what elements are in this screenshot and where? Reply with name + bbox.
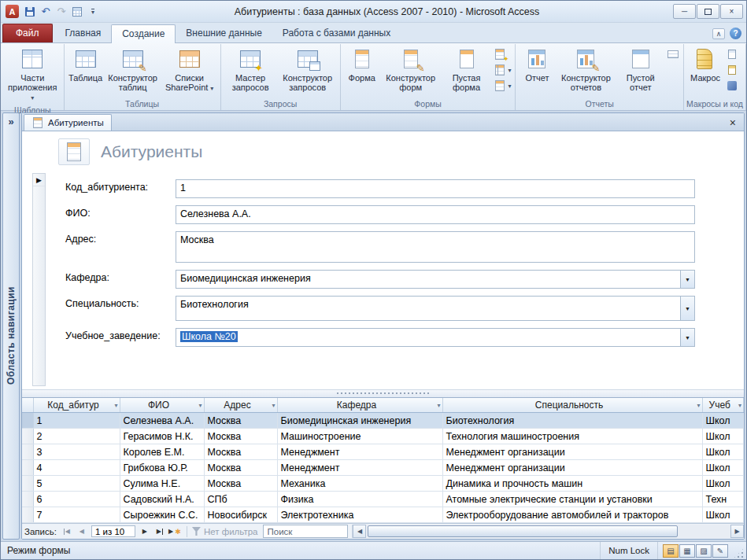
cell[interactable]: 1 — [33, 413, 120, 429]
field-combo-3[interactable]: Биомедицинская инженерия▼ — [176, 270, 695, 289]
scroll-left-button[interactable]: ◀ — [353, 525, 366, 538]
cell[interactable]: Москва — [204, 460, 277, 476]
cell[interactable]: Техн — [702, 492, 744, 507]
field-input-1[interactable]: Селезнева А.А. — [176, 205, 695, 224]
previous-record-button[interactable]: ◀ — [75, 525, 89, 538]
cell[interactable]: Грибкова Ю.Р. — [120, 460, 204, 476]
form-wizard-button[interactable] — [494, 48, 511, 61]
combo-dropdown-icon[interactable]: ▼ — [680, 297, 694, 320]
search-box[interactable]: Поиск — [263, 525, 348, 538]
split-form-divider[interactable] — [22, 389, 744, 397]
field-input-0[interactable]: 1 — [176, 179, 695, 198]
cell[interactable]: 7 — [33, 507, 120, 523]
last-record-button[interactable]: ▶ — [153, 525, 167, 538]
cell[interactable]: Школ — [702, 429, 744, 444]
record-position[interactable]: 1 из 10 — [91, 525, 135, 537]
ribbon-tab-db-tools[interactable]: Работа с базами данных — [272, 24, 401, 42]
blank-form-button[interactable]: Пустая форма — [441, 45, 493, 98]
module-button[interactable] — [726, 48, 738, 61]
column-header-1[interactable]: ФИО▾ — [120, 398, 204, 413]
form-button[interactable]: Форма — [343, 45, 381, 98]
close-document-button[interactable]: × — [725, 117, 741, 128]
cell[interactable]: 4 — [33, 460, 120, 476]
datasheet-view-button[interactable]: ▦ — [679, 544, 695, 558]
column-header-4[interactable]: Специальность▾ — [442, 398, 702, 413]
column-dropdown-icon[interactable]: ▾ — [114, 402, 117, 409]
cell[interactable]: Электротехника — [277, 507, 442, 523]
column-header-0[interactable]: Код_абитур▾ — [33, 398, 120, 413]
cell[interactable]: Менеджмент — [277, 444, 442, 460]
row-selector[interactable] — [22, 413, 33, 429]
ribbon-tab-home[interactable]: Главная — [55, 24, 112, 42]
cell[interactable]: Селезнева А.А. — [120, 413, 204, 429]
row-selector[interactable] — [22, 476, 33, 492]
cell[interactable]: Школ — [702, 507, 744, 523]
query-wizard-button[interactable]: Мастер запросов — [224, 45, 278, 98]
column-dropdown-icon[interactable]: ▾ — [272, 402, 275, 409]
query-design-button[interactable]: Конструктор запросов — [278, 45, 338, 98]
help-button[interactable]: ? — [730, 28, 741, 39]
column-dropdown-icon[interactable]: ▾ — [738, 402, 741, 409]
scrollbar-thumb[interactable] — [368, 525, 677, 537]
row-selector[interactable] — [22, 460, 33, 476]
redo-button[interactable]: ↷ — [54, 5, 69, 19]
cell[interactable]: Менеджмент организации — [442, 460, 702, 476]
cell[interactable]: Электрооборудование автомобилей и тракто… — [442, 507, 702, 523]
expand-navpane-icon[interactable]: » — [8, 113, 13, 132]
minimize-button[interactable]: ─ — [673, 4, 696, 19]
cell[interactable]: 6 — [33, 492, 120, 507]
form-view-button[interactable]: ▤ — [663, 544, 679, 558]
sharepoint-button[interactable]: Списки SharePoint ▾ — [161, 45, 218, 98]
scroll-right-button[interactable]: ▶ — [730, 525, 744, 538]
qat-customize-button[interactable]: ▾ — [85, 5, 101, 19]
datasheet-corner[interactable] — [22, 398, 33, 413]
combo-dropdown-icon[interactable]: ▼ — [680, 329, 694, 346]
cell[interactable]: 2 — [33, 429, 120, 444]
close-button[interactable]: × — [720, 4, 743, 19]
horizontal-scrollbar[interactable]: ◀ ▶ — [352, 525, 744, 538]
cell[interactable]: Сыроежкин С.С. — [120, 507, 204, 523]
undo-button[interactable]: ↶ — [38, 5, 54, 19]
cell[interactable]: Королев Е.М. — [120, 444, 204, 460]
combo-dropdown-icon[interactable]: ▼ — [680, 271, 694, 288]
save-button[interactable] — [22, 5, 38, 19]
blank-report-button[interactable]: Пустой отчет — [616, 45, 665, 98]
cell[interactable]: Менеджмент организации — [442, 444, 702, 460]
cell[interactable]: Герасимов Н.К. — [120, 429, 204, 444]
navigation-pane-collapsed[interactable]: » Область навигации — [2, 112, 20, 540]
design-view-button[interactable]: ✎ — [712, 544, 728, 558]
cell[interactable]: Физика — [277, 492, 442, 507]
report-design-button[interactable]: Конструктор отчетов — [556, 45, 616, 98]
cell[interactable]: Сулима Н.Е. — [120, 476, 204, 492]
row-selector[interactable] — [22, 492, 33, 507]
quick-view-button[interactable] — [69, 5, 85, 19]
filter-indicator[interactable]: Нет фильтра — [192, 527, 258, 536]
row-selector[interactable] — [22, 507, 33, 523]
row-selector[interactable] — [22, 444, 33, 460]
cell[interactable]: Школ — [702, 413, 744, 429]
scrollbar-track[interactable] — [366, 525, 730, 538]
cell[interactable]: Школ — [702, 460, 744, 476]
combo-value[interactable]: Биотехнология — [176, 297, 680, 320]
access-app-icon[interactable]: A — [6, 5, 19, 18]
field-combo-5[interactable]: Школа №20▼ — [176, 328, 695, 347]
maximize-button[interactable] — [697, 4, 719, 19]
first-record-button[interactable]: ◀ — [60, 525, 74, 538]
cell[interactable]: Динамика и прочность машин — [442, 476, 702, 492]
cell[interactable]: Биотехнология — [442, 413, 702, 429]
app-parts-button[interactable]: Части приложения ▾ — [4, 45, 61, 105]
cell[interactable]: 3 — [33, 444, 120, 460]
cell[interactable]: Москва — [204, 476, 277, 492]
table-design-button[interactable]: Конструктор таблиц — [105, 45, 161, 98]
next-record-button[interactable]: ▶ — [138, 525, 152, 538]
column-dropdown-icon[interactable]: ▾ — [437, 402, 440, 409]
table-button[interactable]: Таблица — [67, 45, 105, 98]
cell[interactable]: Москва — [204, 413, 277, 429]
cell[interactable]: Биомедицинская инженерия — [277, 413, 442, 429]
cell[interactable]: Новосибирск — [204, 507, 277, 523]
column-dropdown-icon[interactable]: ▾ — [697, 402, 700, 409]
cell[interactable]: Садовский Н.А. — [120, 492, 204, 507]
column-header-3[interactable]: Кафедра▾ — [277, 398, 442, 413]
row-selector[interactable] — [22, 429, 33, 444]
ribbon-tab-create[interactable]: Создание — [111, 24, 176, 43]
